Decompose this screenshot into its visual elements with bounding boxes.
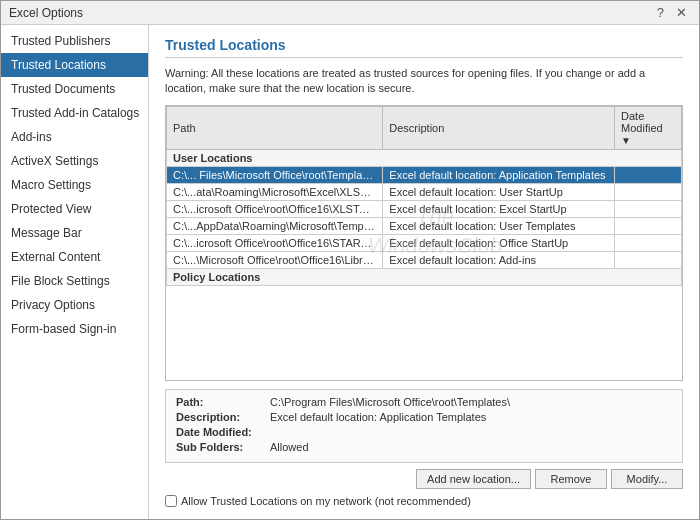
locations-table: Path Description Date Modified ▼ User Lo… — [166, 106, 682, 286]
table-row[interactable]: C:\...icrosoft Office\root\Office16\XLST… — [167, 200, 682, 217]
table-group-policy: Policy Locations — [167, 268, 682, 285]
detail-desc-label: Description: — [176, 411, 266, 423]
table-row[interactable]: C:\...ata\Roaming\Microsoft\Excel\XLSTAR… — [167, 183, 682, 200]
sidebar-item-protected-view[interactable]: Protected View — [1, 197, 148, 221]
col-desc-header: Description — [383, 106, 615, 149]
bottom-buttons: Add new location... Remove Modify... — [416, 469, 683, 489]
sidebar-item-trusted-documents[interactable]: Trusted Documents — [1, 77, 148, 101]
sidebar-item-add-ins[interactable]: Add-ins — [1, 125, 148, 149]
table-row[interactable]: C:\...AppData\Roaming\Microsoft\Template… — [167, 217, 682, 234]
section-title: Trusted Locations — [165, 37, 683, 58]
trust-center-window: Excel Options ? ✕ Trusted PublishersTrus… — [0, 0, 700, 520]
detail-subfolders-value: Allowed — [270, 441, 309, 453]
detail-subfolders-row: Sub Folders: Allowed — [176, 441, 672, 453]
sidebar: Trusted PublishersTrusted LocationsTrust… — [1, 25, 149, 519]
add-new-location-button[interactable]: Add new location... — [416, 469, 531, 489]
title-bar: Excel Options ? ✕ — [1, 1, 699, 25]
title-bar-controls: ? ✕ — [653, 5, 691, 20]
modify-button[interactable]: Modify... — [611, 469, 683, 489]
col-path-header: Path — [167, 106, 383, 149]
detail-path-label: Path: — [176, 396, 266, 408]
trusted-network-label: Allow Trusted Locations on my network (n… — [181, 495, 471, 507]
sidebar-item-activex-settings[interactable]: ActiveX Settings — [1, 149, 148, 173]
detail-datemod-row: Date Modified: — [176, 426, 672, 438]
sidebar-item-file-block-settings[interactable]: File Block Settings — [1, 269, 148, 293]
detail-desc-row: Description: Excel default location: App… — [176, 411, 672, 423]
remove-button[interactable]: Remove — [535, 469, 607, 489]
close-icon[interactable]: ✕ — [672, 5, 691, 20]
sidebar-item-message-bar[interactable]: Message Bar — [1, 221, 148, 245]
warning-text: Warning: All these locations are treated… — [165, 66, 683, 97]
sidebar-item-privacy-options[interactable]: Privacy Options — [1, 293, 148, 317]
window-title: Excel Options — [9, 6, 83, 20]
detail-subfolders-label: Sub Folders: — [176, 441, 266, 453]
window-content: Trusted PublishersTrusted LocationsTrust… — [1, 25, 699, 519]
sidebar-item-trusted-locations[interactable]: Trusted Locations — [1, 53, 148, 77]
sidebar-item-trusted-addin-catalogs[interactable]: Trusted Add-in Catalogs — [1, 101, 148, 125]
detail-path-row: Path: C:\Program Files\Microsoft Office\… — [176, 396, 672, 408]
table-group-user: User Locations — [167, 149, 682, 166]
detail-desc-value: Excel default location: Application Temp… — [270, 411, 486, 423]
table-header-row: Path Description Date Modified ▼ — [167, 106, 682, 149]
table-row[interactable]: C:\... Files\Microsoft Office\root\Templ… — [167, 166, 682, 183]
trusted-network-checkbox-row: Allow Trusted Locations on my network (n… — [165, 495, 683, 507]
col-date-header: Date Modified ▼ — [615, 106, 682, 149]
details-panel: Path: C:\Program Files\Microsoft Office\… — [165, 389, 683, 463]
sidebar-item-external-content[interactable]: External Content — [1, 245, 148, 269]
table-row[interactable]: C:\...icrosoft Office\root\Office16\STAR… — [167, 234, 682, 251]
sidebar-item-trusted-publishers[interactable]: Trusted Publishers — [1, 29, 148, 53]
sidebar-item-form-based-signin[interactable]: Form-based Sign-in — [1, 317, 148, 341]
main-content: Trusted Locations Warning: All these loc… — [149, 25, 699, 519]
detail-path-value: C:\Program Files\Microsoft Office\root\T… — [270, 396, 510, 408]
trusted-network-checkbox[interactable] — [165, 495, 177, 507]
detail-datemod-label: Date Modified: — [176, 426, 266, 438]
bottom-controls: Add new location... Remove Modify... — [165, 469, 683, 489]
table-row[interactable]: C:\...\Microsoft Office\root\Office16\Li… — [167, 251, 682, 268]
help-icon[interactable]: ? — [653, 5, 668, 20]
locations-table-wrapper[interactable]: Path Description Date Modified ▼ User Lo… — [165, 105, 683, 381]
sidebar-item-macro-settings[interactable]: Macro Settings — [1, 173, 148, 197]
